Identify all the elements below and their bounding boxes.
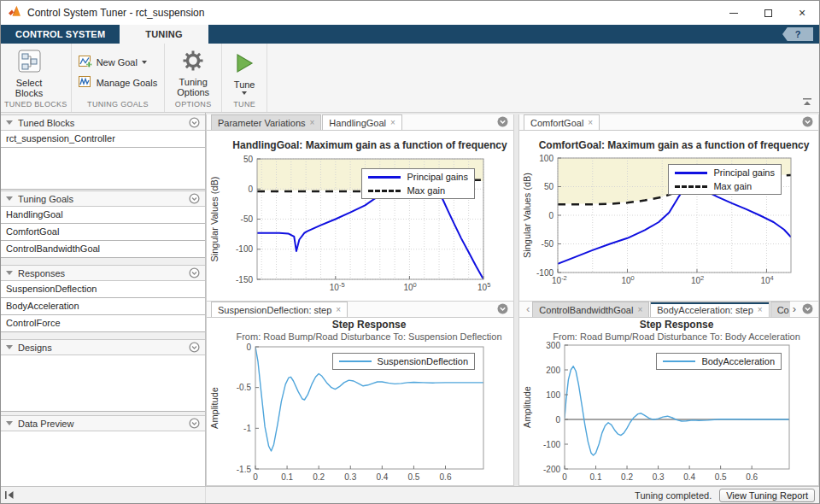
sidebar-item-controlbandwidthgoal[interactable]: ControlBandwidthGoal [1,241,205,258]
panel-comfort-goal: ComfortGoal× 10-2100102104100500-50-100S… [518,114,819,302]
tab-handlinggoal[interactable]: HandlingGoal× [322,114,402,130]
section-header-responses[interactable]: Responses [1,265,205,281]
group-options: Tuning Options OPTIONS [165,44,222,112]
svg-text:-1.5: -1.5 [237,465,252,474]
collapse-triangle-icon[interactable] [6,196,13,201]
tab-close-icon[interactable]: × [758,306,763,314]
suspension-deflection-plot: 00.10.20.30.40.50.60-0.5-1-1.5AmplitudeT… [207,318,513,485]
tune-dropdown-icon[interactable] [242,91,247,95]
group-label-tune: TUNE [222,100,266,112]
collapse-sidebar-icon[interactable] [5,490,15,501]
tab-close-icon[interactable]: × [588,119,593,127]
section-actions-icon[interactable] [189,193,200,204]
section-header-tuned-blocks[interactable]: Tuned Blocks [1,114,205,131]
svg-text:200: 200 [546,366,560,375]
panel-tabbar: SuspensionDeflection: step× [207,302,513,318]
svg-text:50: 50 [243,155,254,164]
ribbon-tab-row: CONTROL SYSTEM TUNING ? [1,25,819,44]
legend-entry: Max gain [368,185,468,196]
status-bar: Tuning completed. View Tuning Report [1,486,819,503]
collapse-triangle-icon[interactable] [6,345,13,349]
section-header-tuning-goals[interactable]: Tuning Goals [1,190,205,207]
sidebar-item-rct_suspension_controller[interactable]: rct_suspension_Controller [1,131,205,148]
sidebar-item-bodyacceleration[interactable]: BodyAcceleration [1,298,205,315]
tune-button[interactable]: Tune [226,50,263,95]
tab-scroll-left-icon[interactable]: ‹ [524,303,532,317]
legend-line-sample [368,190,401,192]
document-area: Parameter Variations×HandlingGoal× 10-51… [206,113,819,486]
section-title: Data Preview [18,419,73,429]
collapse-triangle-icon[interactable] [6,421,13,425]
collapse-ribbon-icon[interactable] [802,94,812,109]
tab-co[interactable]: Co [770,302,790,317]
tab-scroll-right-icon[interactable]: › [790,303,799,317]
minimize-button[interactable] [717,1,751,25]
svg-text:100: 100 [621,274,634,285]
new-goal-button[interactable]: New Goal [79,55,158,70]
svg-text:0.6: 0.6 [746,472,758,482]
svg-text:Amplitude: Amplitude [522,386,532,428]
handling-goal-chart: 10-5100105500-50-100-150Singular Values … [207,131,514,302]
section-title: Responses [18,268,65,278]
group-tune: Tune TUNE [222,44,267,112]
svg-text:-100: -100 [536,268,554,278]
tab-suspensiondeflection-step[interactable]: SuspensionDeflection: step× [211,302,348,317]
svg-text:0.5: 0.5 [715,472,727,482]
svg-text:0.5: 0.5 [407,472,419,482]
svg-text:-100: -100 [543,440,560,449]
view-tuning-report-button[interactable]: View Tuning Report [719,489,815,502]
section-header-designs[interactable]: Designs [1,339,205,355]
panel-actions-icon[interactable] [497,303,508,314]
panel-actions-icon[interactable] [802,303,813,314]
chart-title: Step Response [332,319,407,331]
svg-text:0.3: 0.3 [344,472,356,482]
legend-label: Max gain [407,185,445,196]
panel-suspension-deflection: SuspensionDeflection: step× 00.10.20.30.… [206,302,514,486]
svg-text:105: 105 [477,281,490,292]
chart-title: Step Response [640,319,714,331]
sidebar-item-suspensiondeflection[interactable]: SuspensionDeflection [1,281,205,298]
svg-text:0.6: 0.6 [440,472,452,482]
group-tuned-blocks: Select Blocks TUNED BLOCKS [1,44,72,112]
legend-line-sample [675,172,707,174]
tab-close-icon[interactable]: × [390,119,395,127]
tab-controlbandwidthgoal[interactable]: ControlBandwidthGoal× [532,302,649,317]
svg-text:-50: -50 [542,239,554,249]
tab-bodyacceleration-step[interactable]: BodyAcceleration: step× [650,302,769,317]
section-actions-icon[interactable] [189,117,200,128]
help-button[interactable]: ? [782,27,813,41]
section-actions-icon[interactable] [189,267,200,278]
sidebar-item-handlinggoal[interactable]: HandlingGoal [1,207,205,224]
manage-goals-button[interactable]: Manage Goals [79,75,158,91]
legend-entry: Principal gains [675,167,775,178]
section-actions-icon[interactable] [189,418,200,429]
svg-text:0.2: 0.2 [313,472,325,482]
tab-parameter-variations[interactable]: Parameter Variations× [211,114,321,130]
panel-actions-icon[interactable] [802,116,813,127]
tab-comfortgoal[interactable]: ComfortGoal× [524,114,600,130]
tuning-options-button[interactable]: Tuning Options [168,48,218,97]
tab-close-icon[interactable]: × [637,306,642,314]
select-blocks-button[interactable]: Select Blocks [4,48,54,98]
collapse-triangle-icon[interactable] [6,271,13,275]
legend-line-sample [675,185,707,188]
legend-line-sample [368,176,401,179]
sidebar-item-controlforce[interactable]: ControlForce [1,315,205,332]
section-actions-icon[interactable] [189,342,200,353]
section-header-data-preview[interactable]: Data Preview [1,415,205,431]
close-button[interactable]: × [785,1,819,25]
legend-label: BodyAcceleration [701,356,775,366]
tab-tuning[interactable]: TUNING [120,25,208,44]
sidebar-item-comfortgoal[interactable]: ComfortGoal [1,224,205,241]
legend-line-sample [663,360,695,362]
new-goal-dropdown-icon[interactable] [142,61,147,64]
chart-subtitle: From: Road Bump/Road Disturbance To: Sus… [236,331,501,342]
status-message: Tuning completed. [635,490,712,501]
tab-control-system[interactable]: CONTROL SYSTEM [1,25,120,44]
collapse-triangle-icon[interactable] [6,120,13,125]
panel-actions-icon[interactable] [497,116,508,127]
tab-close-icon[interactable]: × [310,119,315,127]
tab-close-icon[interactable]: × [336,306,341,314]
maximize-button[interactable] [751,1,785,25]
legend-entry: SuspensionDeflection [339,356,468,366]
